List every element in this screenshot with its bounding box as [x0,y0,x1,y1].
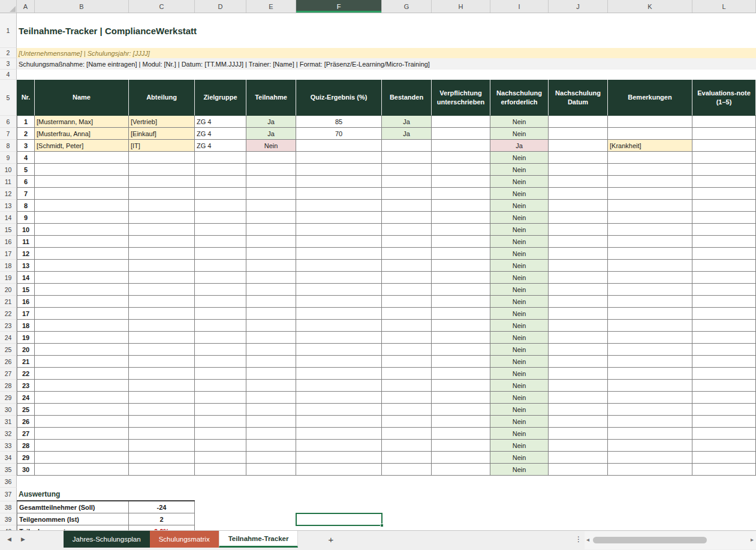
cell-nr[interactable]: 14 [17,272,35,284]
row-header-39[interactable]: 39 [0,513,17,525]
column-header-D[interactable]: D [195,0,246,13]
cell-zielgruppe[interactable] [195,176,246,188]
cell-bestanden[interactable] [382,200,432,212]
cell-verpflichtung[interactable] [432,284,490,296]
column-header-A[interactable]: A [17,0,35,13]
cell-evaluationsnote[interactable] [692,332,756,344]
cell-abteilung[interactable] [129,260,195,272]
cell-verpflichtung[interactable] [432,356,490,368]
row-header-32[interactable]: 32 [0,428,17,440]
cell-abteilung[interactable]: [Vertrieb] [129,116,195,128]
cell-teilnahme[interactable] [246,320,296,332]
cell-nachschulung-datum[interactable] [549,440,608,452]
cell-quiz-ergebnis[interactable] [296,236,382,248]
cell-nachschulung-erforderlich[interactable]: Nein [490,272,549,284]
cell-bestanden[interactable] [382,404,432,416]
select-all-corner[interactable] [0,0,17,13]
cell-name[interactable] [35,212,129,224]
cell-bemerkungen[interactable] [608,308,692,320]
cell-bestanden[interactable] [382,152,432,164]
cell-zielgruppe[interactable] [195,308,246,320]
cell-nr[interactable]: 26 [17,416,35,428]
row-header-26[interactable]: 26 [0,356,17,368]
cell-zielgruppe[interactable] [195,404,246,416]
cell-nachschulung-erforderlich[interactable]: Nein [490,368,549,380]
row-header-29[interactable]: 29 [0,392,17,404]
cell-nachschulung-erforderlich[interactable]: Nein [490,380,549,392]
cell-nachschulung-erforderlich[interactable]: Nein [490,332,549,344]
cell-teilnahme[interactable] [246,344,296,356]
cell-teilnahme[interactable] [246,416,296,428]
cell-verpflichtung[interactable] [432,152,490,164]
cell-abteilung[interactable] [129,176,195,188]
cell-bestanden[interactable] [382,140,432,152]
cell-quiz-ergebnis[interactable] [296,428,382,440]
cell-name[interactable] [35,152,129,164]
subtitle-band[interactable]: [Unternehmensname] | Schulungsjahr: [JJJ… [17,48,756,58]
cell-evaluationsnote[interactable] [692,452,756,464]
column-header-K[interactable]: K [608,0,692,13]
cell-name[interactable] [35,224,129,236]
cell-name[interactable] [35,272,129,284]
cell-bestanden[interactable] [382,296,432,308]
cell-evaluationsnote[interactable] [692,164,756,176]
cell-bemerkungen[interactable] [608,392,692,404]
cell-teilnahme[interactable] [246,368,296,380]
cell-nr[interactable]: 17 [17,308,35,320]
row-header-2[interactable]: 2 [0,48,17,58]
cell-zielgruppe[interactable] [195,200,246,212]
cell-bemerkungen[interactable] [608,296,692,308]
cell-bestanden[interactable] [382,188,432,200]
cell-nachschulung-erforderlich[interactable]: Nein [490,284,549,296]
cell-nachschulung-datum[interactable] [549,212,608,224]
cell-name[interactable] [35,368,129,380]
cell-evaluationsnote[interactable] [692,428,756,440]
cell-nr[interactable]: 18 [17,320,35,332]
cell-teilnahme[interactable]: Nein [246,140,296,152]
cell-nachschulung-datum[interactable] [549,272,608,284]
cell-nachschulung-erforderlich[interactable]: Ja [490,140,549,152]
cell-evaluationsnote[interactable] [692,416,756,428]
prev-sheet-arrow-icon[interactable]: ◀ [7,536,11,542]
cell-bemerkungen[interactable] [608,188,692,200]
cell-quiz-ergebnis[interactable] [296,176,382,188]
cell-nachschulung-erforderlich[interactable]: Nein [490,464,549,476]
cell-nachschulung-erforderlich[interactable]: Nein [490,416,549,428]
cell-nr[interactable]: 28 [17,440,35,452]
cell-nachschulung-erforderlich[interactable]: Nein [490,212,549,224]
cell-nachschulung-erforderlich[interactable]: Nein [490,224,549,236]
row-header-31[interactable]: 31 [0,416,17,428]
cell-verpflichtung[interactable] [432,140,490,152]
cell-nachschulung-datum[interactable] [549,248,608,260]
title-band[interactable]: Teilnahme-Tracker | ComplianceWerkstatt [17,13,756,48]
cell-abteilung[interactable] [129,332,195,344]
cell-nachschulung-erforderlich[interactable]: Nein [490,248,549,260]
cell-bestanden[interactable] [382,272,432,284]
cell-nachschulung-datum[interactable] [549,320,608,332]
cell-bemerkungen[interactable] [608,284,692,296]
cell-bestanden[interactable] [382,344,432,356]
cell-abteilung[interactable] [129,236,195,248]
cell-bemerkungen[interactable] [608,452,692,464]
cell-bemerkungen[interactable] [608,224,692,236]
cell-bestanden[interactable] [382,212,432,224]
row-header-9[interactable]: 9 [0,152,17,164]
cell-zielgruppe[interactable]: ZG 4 [195,140,246,152]
row-header-15[interactable]: 15 [0,224,17,236]
cell-bestanden[interactable]: Ja [382,128,432,140]
cell-nachschulung-datum[interactable] [549,380,608,392]
cell-nachschulung-datum[interactable] [549,116,608,128]
cell-nachschulung-datum[interactable] [549,236,608,248]
cell-evaluationsnote[interactable] [692,248,756,260]
cell-teilnahme[interactable] [246,332,296,344]
row-header-38[interactable]: 38 [0,501,17,513]
cell-nr[interactable]: 4 [17,152,35,164]
row-header-10[interactable]: 10 [0,164,17,176]
cell-bemerkungen[interactable] [608,464,692,476]
cell-zielgruppe[interactable] [195,260,246,272]
cell-teilnahme[interactable] [246,272,296,284]
cell-quiz-ergebnis[interactable] [296,404,382,416]
cell-evaluationsnote[interactable] [692,236,756,248]
cell-bemerkungen[interactable]: [Krankheit] [608,140,692,152]
cell-verpflichtung[interactable] [432,248,490,260]
